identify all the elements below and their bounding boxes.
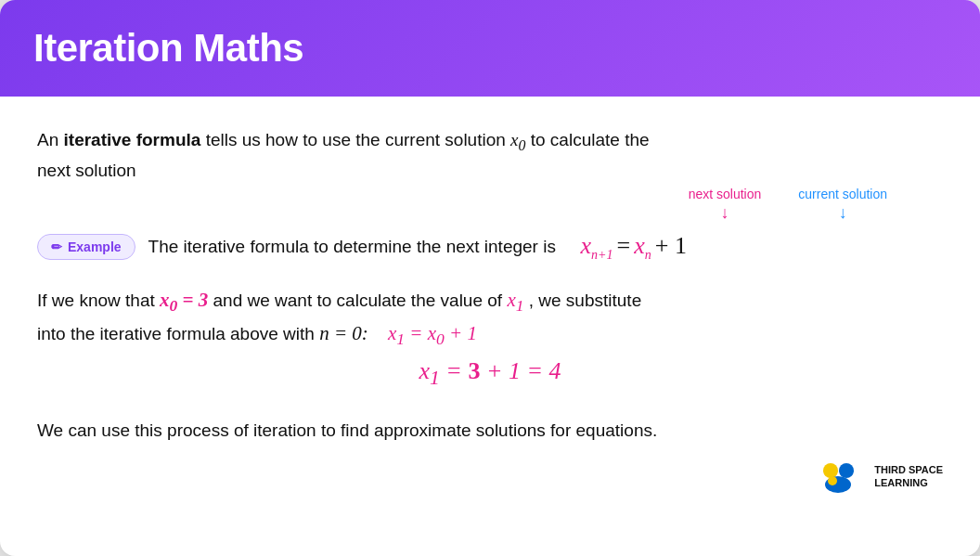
formula-xn: xn — [634, 232, 651, 263]
footer-row: THIRD SPACE LEARNING — [37, 459, 943, 494]
tsl-text: THIRD SPACE LEARNING — [874, 463, 943, 490]
svg-point-0 — [823, 463, 838, 478]
example-badge: ✏ Example — [37, 234, 135, 260]
intro-text-4: next solution — [37, 161, 136, 180]
header: Iteration Maths — [0, 0, 980, 97]
intro-x0: x0 — [510, 130, 525, 149]
intro-bold-text: iterative formula — [64, 130, 201, 149]
tsl-line2: LEARNING — [874, 476, 943, 489]
formula-xn1: xn+1 — [581, 232, 613, 263]
current-solution-arrow: ↓ — [839, 203, 847, 223]
mid-paragraph-2: into the iterative formula above with n … — [37, 318, 943, 352]
annotation-area: next solution ↓ current solution ↓ — [37, 187, 943, 223]
formula-display: xn+1 = xn + 1 — [581, 232, 687, 263]
mid-x1: x1 — [507, 289, 523, 311]
intro-text-2: tells us how to use the current solution — [206, 130, 510, 149]
next-solution-label: next solution — [689, 187, 762, 201]
bottom-text-1: We can use this process of — [37, 420, 253, 440]
example-text: The iterative formula to determine the n… — [148, 237, 556, 257]
pencil-icon: ✏ — [51, 239, 62, 254]
mid-text-2: and we want to calculate the value of — [213, 291, 508, 310]
mid-spacer — [373, 324, 383, 343]
bottom-bold-iteration: iteration — [253, 420, 316, 440]
bottom-paragraph: We can use this process of iteration to … — [37, 417, 943, 444]
card: Iteration Maths An iterative formula tel… — [0, 0, 980, 556]
mid-text-1: If we know that — [37, 291, 160, 310]
mid-text-4: into the iterative formula above with — [37, 324, 319, 343]
page-title: Iteration Maths — [33, 26, 947, 71]
formula-eq: = — [617, 232, 631, 260]
bottom-text-2: to find — [321, 420, 374, 440]
tsl-logo-svg — [819, 459, 865, 494]
content-area: An iterative formula tells us how to use… — [0, 97, 980, 520]
svg-point-3 — [828, 476, 837, 485]
mid-section: If we know that x0 = 3 and we want to ca… — [37, 285, 943, 391]
intro-text-3: to calculate the — [531, 130, 650, 149]
intro-paragraph: An iterative formula tells us how to use… — [37, 126, 943, 185]
mid-paragraph-1: If we know that x0 = 3 and we want to ca… — [37, 285, 943, 318]
current-solution-label: current solution — [798, 187, 887, 201]
bottom-text-3: for equations. — [550, 420, 657, 440]
next-solution-arrow: ↓ — [720, 203, 729, 223]
example-label: Example — [68, 239, 122, 254]
mid-formula-centered: x1 = 3 + 1 = 4 — [37, 357, 943, 390]
mid-x0-eq-3: x0 = 3 — [160, 289, 208, 311]
current-solution-annotation: current solution ↓ — [798, 187, 887, 223]
example-row: ✏ Example The iterative formula to deter… — [37, 232, 943, 263]
tsl-line1: THIRD SPACE — [874, 463, 943, 476]
bottom-bold-approx: approximate solutions — [374, 420, 546, 440]
next-solution-annotation: next solution ↓ — [689, 187, 762, 223]
tsl-logo: THIRD SPACE LEARNING — [819, 459, 943, 494]
formula-plus1: + 1 — [655, 232, 687, 260]
intro-text-1: An — [37, 130, 64, 149]
svg-point-1 — [839, 463, 854, 478]
mid-text-3: , we substitute — [529, 291, 641, 310]
mid-neq0: n = 0: — [319, 322, 368, 344]
formula-x1-eq: x1 = 3 + 1 = 4 — [419, 357, 561, 384]
mid-formula-inline: x1 = x0 + 1 — [388, 322, 477, 344]
example-formula-text: The iterative formula to determine the n… — [148, 232, 687, 263]
